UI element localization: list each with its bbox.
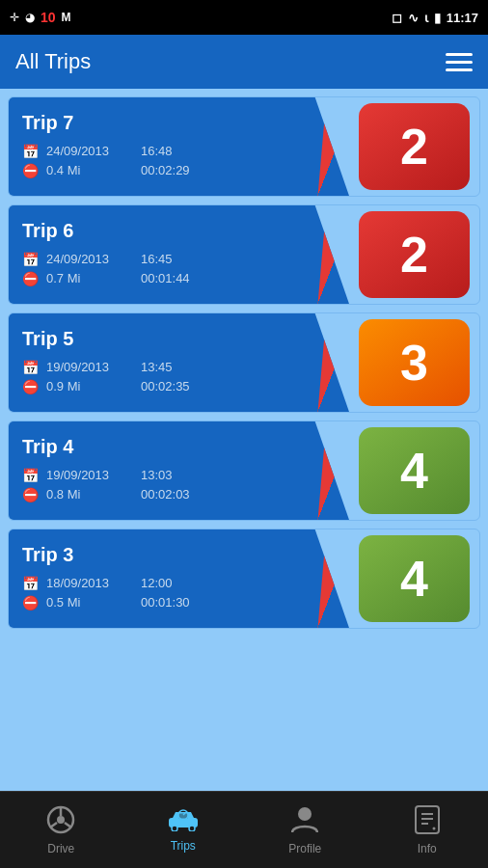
battery-icon: ▮	[434, 11, 441, 25]
nav-drive[interactable]: Drive	[0, 792, 122, 868]
trip-info-trip-4: Trip 4 📅 19/09/2013 13:03 ⛔ 0.8 Mi 00:02…	[9, 421, 349, 520]
trip-card-trip-5[interactable]: Trip 5 📅 19/09/2013 13:45 ⛔ 0.9 Mi 00:02…	[8, 312, 480, 413]
trip-date: 19/09/2013	[46, 468, 133, 482]
nav-profile[interactable]: Profile	[244, 792, 366, 868]
trip-info-trip-5: Trip 5 📅 19/09/2013 13:45 ⛔ 0.9 Mi 00:02…	[9, 313, 349, 412]
speedometer-icon: ⛔	[22, 379, 39, 394]
trip-name-trip-6: Trip 6	[22, 220, 336, 242]
trip-name-trip-4: Trip 4	[22, 436, 336, 458]
trip-distance-trip-5: ⛔ 0.9 Mi 00:02:35	[22, 379, 336, 394]
status-bar: ✛ ◕ 10 M ◻ ∿ ⍳ ▮ 11:17	[0, 0, 488, 35]
trip-score-trip-7: 2	[359, 103, 470, 190]
score-value: 2	[400, 118, 428, 176]
trip-distance-val: 0.9 Mi	[46, 379, 133, 393]
trip-date: 24/09/2013	[46, 144, 133, 158]
calendar-icon: 📅	[22, 576, 39, 591]
nav-info[interactable]: Info	[366, 792, 489, 868]
menu-button[interactable]	[446, 53, 473, 71]
trip-duration: 00:02:35	[141, 379, 190, 393]
speedometer-icon: ⛔	[22, 271, 39, 286]
trip-score-trip-4: 4	[359, 427, 470, 514]
status-right-icons: ◻ ∿ ⍳ ▮ 11:17	[392, 11, 478, 25]
trip-info-trip-7: Trip 7 📅 24/09/2013 16:48 ⛔ 0.4 Mi 00:02…	[9, 97, 349, 196]
trip-card-trip-4[interactable]: Trip 4 📅 19/09/2013 13:03 ⛔ 0.8 Mi 00:02…	[8, 420, 480, 521]
svg-point-16	[432, 827, 435, 829]
score-value: 3	[400, 334, 428, 392]
bottom-navigation: Drive Trips Profile	[0, 791, 488, 868]
trip-distance-trip-3: ⛔ 0.5 Mi 00:01:30	[22, 595, 336, 610]
speedometer-icon: ⛔	[22, 595, 39, 610]
trip-datetime-trip-3: 📅 18/09/2013 12:00	[22, 576, 336, 591]
trip-score-trip-3: 4	[359, 535, 470, 622]
score-value: 2	[400, 226, 428, 284]
profile-icon	[291, 805, 318, 838]
svg-point-11	[298, 807, 312, 821]
svg-point-1	[57, 816, 65, 824]
steering-wheel-icon	[46, 805, 75, 838]
trip-datetime-trip-6: 📅 24/09/2013 16:45	[22, 252, 336, 267]
page-title: All Trips	[15, 49, 91, 74]
score-value: 4	[400, 442, 428, 500]
trip-duration: 00:02:03	[141, 487, 190, 502]
svg-point-7	[189, 826, 195, 831]
trip-score-trip-5: 3	[359, 319, 470, 406]
signal-icon: ⍳	[424, 11, 428, 25]
menu-line-3	[446, 68, 473, 71]
trip-distance-val: 0.4 Mi	[46, 163, 133, 177]
svg-line-3	[50, 823, 57, 827]
speedometer-icon: ⛔	[22, 163, 39, 178]
trip-time: 16:45	[141, 252, 173, 266]
trip-date: 24/09/2013	[46, 252, 133, 266]
calendar-icon: 📅	[22, 144, 39, 159]
nav-profile-label: Profile	[288, 842, 321, 855]
trip-datetime-trip-5: 📅 19/09/2013 13:45	[22, 360, 336, 375]
nav-trips[interactable]: Trips	[122, 792, 245, 868]
menu-line-2	[446, 61, 473, 64]
trip-name-trip-5: Trip 5	[22, 328, 336, 350]
wifi-icon: ∿	[408, 11, 419, 25]
app-header: All Trips	[0, 35, 488, 89]
calendar-icon: 📅	[22, 360, 39, 375]
usb-icon: ✛	[10, 11, 19, 24]
time-display: 11:17	[447, 11, 478, 25]
notification-count: 10	[41, 10, 56, 25]
calendar-icon: 📅	[22, 468, 39, 483]
svg-point-6	[172, 826, 177, 831]
trip-time: 12:00	[141, 576, 173, 590]
trip-card-trip-7[interactable]: Trip 7 📅 24/09/2013 16:48 ⛔ 0.4 Mi 00:02…	[8, 96, 480, 197]
trip-score-trip-6: 2	[359, 211, 470, 298]
trip-info-trip-3: Trip 3 📅 18/09/2013 12:00 ⛔ 0.5 Mi 00:01…	[9, 529, 349, 628]
trip-distance-trip-4: ⛔ 0.8 Mi 00:02:03	[22, 487, 336, 502]
trip-date: 19/09/2013	[46, 360, 133, 374]
trip-distance-val: 0.5 Mi	[46, 595, 133, 610]
trip-date: 18/09/2013	[46, 576, 133, 590]
status-left-icons: ✛ ◕ 10 M	[10, 10, 71, 25]
trip-time: 13:03	[141, 468, 173, 482]
nav-trips-label: Trips	[171, 839, 196, 853]
nav-drive-label: Drive	[47, 842, 74, 855]
svg-line-4	[65, 823, 71, 827]
trip-card-trip-6[interactable]: Trip 6 📅 24/09/2013 16:45 ⛔ 0.7 Mi 00:01…	[8, 204, 480, 305]
trip-name-trip-7: Trip 7	[22, 112, 336, 134]
info-icon	[415, 805, 440, 838]
trip-distance-val: 0.7 Mi	[46, 271, 133, 285]
trip-datetime-trip-7: 📅 24/09/2013 16:48	[22, 144, 336, 159]
score-value: 4	[400, 550, 428, 608]
trip-list: Trip 7 📅 24/09/2013 16:48 ⛔ 0.4 Mi 00:02…	[0, 89, 488, 791]
trip-duration: 00:01:30	[141, 595, 190, 610]
gmail-icon: M	[62, 11, 71, 24]
trip-duration: 00:02:29	[141, 163, 190, 177]
trip-duration: 00:01:44	[141, 271, 190, 285]
trip-distance-trip-7: ⛔ 0.4 Mi 00:02:29	[22, 163, 336, 178]
trip-name-trip-3: Trip 3	[22, 544, 336, 566]
android-icon: ◕	[25, 11, 35, 24]
calendar-icon: 📅	[22, 252, 39, 267]
trip-distance-val: 0.8 Mi	[46, 487, 133, 502]
speedometer-icon: ⛔	[22, 487, 39, 502]
trip-time: 16:48	[141, 144, 173, 158]
menu-line-1	[446, 53, 473, 56]
sim-icon: ◻	[392, 11, 402, 25]
trip-info-trip-6: Trip 6 📅 24/09/2013 16:45 ⛔ 0.7 Mi 00:01…	[9, 205, 349, 304]
trip-card-trip-3[interactable]: Trip 3 📅 18/09/2013 12:00 ⛔ 0.5 Mi 00:01…	[8, 529, 480, 629]
trip-distance-trip-6: ⛔ 0.7 Mi 00:01:44	[22, 271, 336, 286]
